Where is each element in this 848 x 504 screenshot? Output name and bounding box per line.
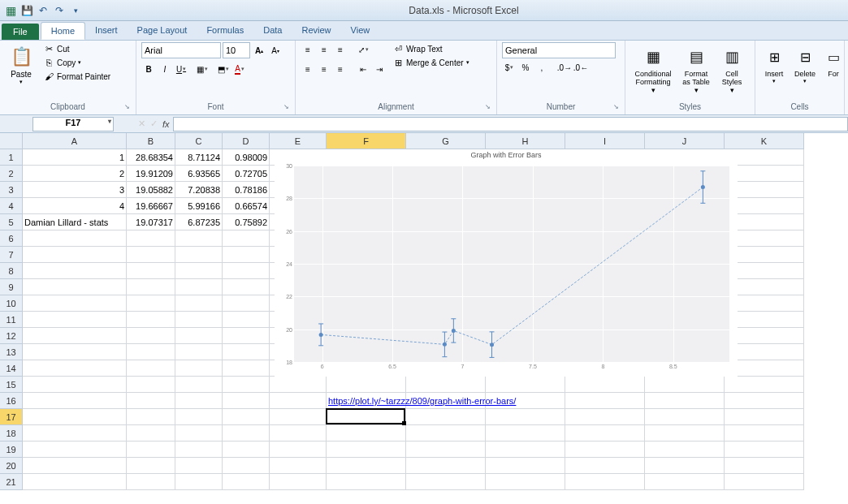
wrap-text-button[interactable]: ⏎Wrap Text [390,42,472,55]
cell-A5[interactable]: Damian Lillard - stats [23,214,127,230]
row-header-2[interactable]: 2 [0,166,23,182]
cell-E18[interactable] [270,425,327,442]
conditional-formatting-button[interactable]: ▦ ConditionalFormatting ▾ [630,42,676,96]
align-top-button[interactable]: ≡ [301,42,315,57]
column-header-A[interactable]: A [23,133,127,149]
underline-button[interactable]: U [174,62,188,76]
cell-A12[interactable] [23,328,127,344]
cell-I19[interactable] [565,442,645,458]
cell-B13[interactable] [127,344,175,360]
currency-button[interactable]: $ [502,60,517,75]
border-button[interactable]: ▦ [195,62,210,76]
number-launcher-icon[interactable]: ↘ [613,103,623,113]
tab-view[interactable]: View [341,22,380,40]
cell-D10[interactable] [223,295,270,312]
excel-icon[interactable]: ▦ [3,3,18,18]
cell-B7[interactable] [127,247,175,263]
row-header-14[interactable]: 14 [0,360,23,377]
cell-B9[interactable] [127,279,175,295]
align-left-button[interactable]: ≡ [301,62,315,76]
cell-B2[interactable]: 19.91209 [127,166,175,182]
cell-C11[interactable] [175,312,223,328]
cell-I21[interactable] [565,474,645,490]
column-header-B[interactable]: B [127,133,175,149]
format-painter-button[interactable]: 🖌Format Painter [41,70,113,83]
column-header-I[interactable]: I [565,133,645,149]
row-header-5[interactable]: 5 [0,214,23,230]
cell-A15[interactable] [23,377,127,393]
fx-icon[interactable]: fx [162,119,170,129]
cell-B5[interactable]: 19.07317 [127,214,175,230]
cell-A21[interactable] [23,474,127,490]
cell-E15[interactable] [270,377,327,393]
cell-J18[interactable] [645,425,725,442]
font-color-button[interactable]: A [232,62,247,76]
cell-G18[interactable] [406,425,486,442]
increase-decimal-button[interactable]: .0→ [557,60,572,75]
tab-file[interactable]: File [2,24,39,40]
font-name-input[interactable] [141,42,221,58]
column-header-C[interactable]: C [175,133,223,149]
row-header-9[interactable]: 9 [0,279,23,295]
cell-D16[interactable] [223,393,270,409]
merge-center-button[interactable]: ⊞Merge & Center ▾ [390,56,472,69]
cell-H18[interactable] [486,425,565,442]
cell-B20[interactable] [127,458,175,474]
cell-K19[interactable] [725,442,804,458]
row-header-21[interactable]: 21 [0,474,23,490]
cell-C15[interactable] [175,377,223,393]
cell-B18[interactable] [127,425,175,442]
cell-B4[interactable]: 19.66667 [127,198,175,214]
redo-icon[interactable]: ↷ [52,3,67,18]
cell-A8[interactable] [23,263,127,279]
cell-I15[interactable] [565,377,645,393]
cell-C9[interactable] [175,279,223,295]
column-header-J[interactable]: J [645,133,725,149]
cell-D2[interactable]: 0.72705 [223,166,270,182]
cell-B10[interactable] [127,295,175,312]
column-header-E[interactable]: E [270,133,327,149]
cell-A3[interactable]: 3 [23,182,127,198]
cell-A4[interactable]: 4 [23,198,127,214]
fill-color-button[interactable]: ⬒ [216,62,231,76]
cell-D11[interactable] [223,312,270,328]
cell-G19[interactable] [406,442,486,458]
save-icon[interactable]: 💾 [19,3,34,18]
cell-C16[interactable] [175,393,223,409]
cell-B15[interactable] [127,377,175,393]
format-cells-button[interactable]: ▭ For [822,42,845,80]
comma-button[interactable]: , [534,60,549,75]
cell-E19[interactable] [270,442,327,458]
font-launcher-icon[interactable]: ↘ [283,103,293,113]
row-header-3[interactable]: 3 [0,182,23,198]
cell-A19[interactable] [23,442,127,458]
embedded-chart[interactable]: Graph with Error Bars1820222426283066.57… [275,149,738,377]
cell-H17[interactable] [486,409,565,425]
row-header-13[interactable]: 13 [0,344,23,360]
cell-B14[interactable] [127,360,175,377]
align-middle-button[interactable]: ≡ [317,42,331,57]
cell-A7[interactable] [23,247,127,263]
bold-button[interactable]: B [141,62,156,76]
cell-G20[interactable] [406,458,486,474]
copy-button[interactable]: ⎘Copy ▾ [41,56,113,69]
tab-formulas[interactable]: Formulas [197,22,253,40]
decrease-decimal-button[interactable]: .0← [573,60,588,75]
cell-F17[interactable] [327,409,406,425]
cell-C12[interactable] [175,328,223,344]
cell-I16[interactable] [565,393,645,409]
cell-D5[interactable]: 0.75892 [223,214,270,230]
row-header-11[interactable]: 11 [0,312,23,328]
cell-E20[interactable] [270,458,327,474]
cell-H19[interactable] [486,442,565,458]
cell-A9[interactable] [23,279,127,295]
cell-D20[interactable] [223,458,270,474]
percent-button[interactable]: % [518,60,533,75]
cell-G17[interactable] [406,409,486,425]
column-header-D[interactable]: D [223,133,270,149]
cell-H21[interactable] [486,474,565,490]
cell-F20[interactable] [327,458,406,474]
cell-D21[interactable] [223,474,270,490]
number-format-select[interactable] [502,42,616,58]
cell-C8[interactable] [175,263,223,279]
